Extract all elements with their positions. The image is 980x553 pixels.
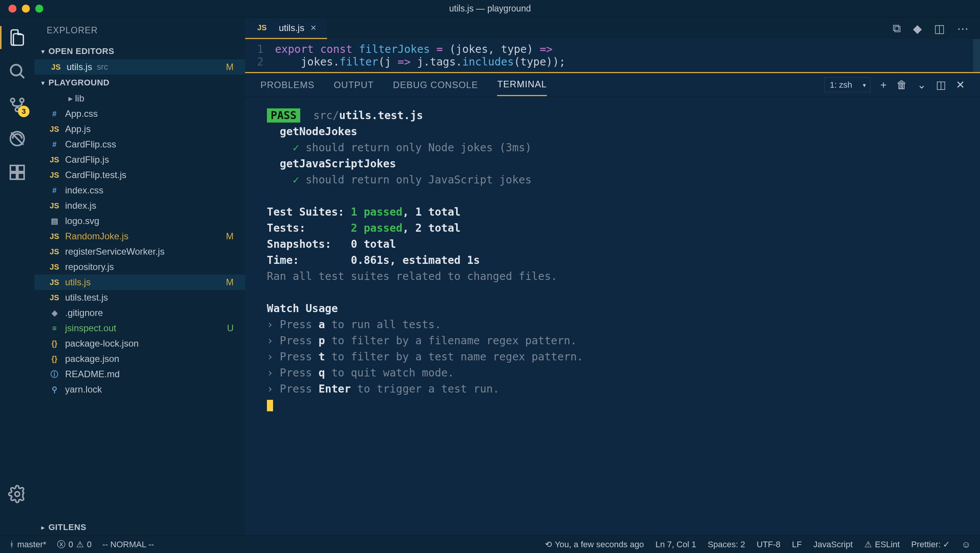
tab-debug-console[interactable]: DEBUG CONSOLE xyxy=(393,74,478,96)
folder-file-icon: ▸ xyxy=(48,94,70,103)
svg-point-9 xyxy=(15,492,20,496)
new-terminal-icon[interactable]: + xyxy=(880,79,887,91)
file-item[interactable]: {}package.json xyxy=(34,351,245,366)
json-file-icon: {} xyxy=(48,339,61,348)
terminal-selector[interactable]: 1: zsh xyxy=(824,77,870,92)
editor-tabs: JS utils.js × ⧉ ◆ ◫ ⋯ xyxy=(245,18,980,39)
cursor-position[interactable]: Ln 7, Col 1 xyxy=(656,539,696,550)
indentation[interactable]: Spaces: 2 xyxy=(708,539,745,550)
svg-rect-5 xyxy=(10,165,16,172)
file-item[interactable]: JSRandomJoke.jsM xyxy=(34,229,245,244)
source-control-icon[interactable]: 3 xyxy=(8,96,26,114)
svg-point-0 xyxy=(11,65,21,75)
prettier-status[interactable]: Prettier: ✓ xyxy=(911,539,950,550)
scm-badge: 3 xyxy=(18,106,29,117)
js-file-icon: JS xyxy=(48,201,61,210)
more-icon[interactable]: ⋯ xyxy=(957,22,969,35)
svg-rect-8 xyxy=(18,173,24,179)
file-item[interactable]: JSutils.jsM xyxy=(34,275,245,290)
debug-icon[interactable] xyxy=(8,129,26,148)
gitlens-section[interactable]: ▸ GITLENS xyxy=(34,519,245,535)
file-item[interactable]: JSindex.js xyxy=(34,198,245,213)
file-item[interactable]: ▸lib xyxy=(34,91,245,106)
code-line: 1export const filterJokes = (jokes, type… xyxy=(245,43,980,56)
status-bar: ᚼ master* ⓧ 0 ⚠ 0 -- NORMAL -- ⟲ You, a … xyxy=(0,535,980,553)
svg-file-icon: ▤ xyxy=(48,216,61,226)
svg-point-1 xyxy=(11,98,15,102)
chevron-down-icon[interactable]: ⌄ xyxy=(917,79,926,91)
close-panel-icon[interactable]: ✕ xyxy=(956,79,965,91)
css-file-icon: # xyxy=(48,186,61,195)
file-item[interactable]: JSregisterServiceWorker.js xyxy=(34,244,245,259)
search-icon[interactable] xyxy=(8,62,26,80)
js-file-icon: JS xyxy=(48,155,61,164)
svg-rect-7 xyxy=(10,173,16,179)
css-file-icon: # xyxy=(48,110,61,118)
encoding[interactable]: UTF-8 xyxy=(757,539,780,550)
eol[interactable]: LF xyxy=(792,539,802,550)
code-line: 2 jokes.filter(j => j.tags.includes(type… xyxy=(245,56,980,68)
chevron-down-icon: ▾ xyxy=(41,79,45,87)
file-item[interactable]: ▤logo.svg xyxy=(34,213,245,229)
tab-utils-js[interactable]: JS utils.js × xyxy=(245,18,327,39)
explorer-icon[interactable] xyxy=(8,28,26,47)
js-file-icon: JS xyxy=(48,278,61,287)
git-blame[interactable]: ⟲ You, a few seconds ago xyxy=(545,539,644,550)
git-branch[interactable]: ᚼ master* xyxy=(9,540,46,550)
panel-tabs: PROBLEMS OUTPUT DEBUG CONSOLE TERMINAL 1… xyxy=(245,73,980,97)
file-item[interactable]: JSCardFlip.test.js xyxy=(34,167,245,183)
titlebar: utils.js — playground xyxy=(0,0,980,18)
feedback-icon[interactable]: ☺ xyxy=(961,539,971,550)
language-mode[interactable]: JavaScript xyxy=(813,539,853,550)
eslint-status[interactable]: ⚠ ESLint xyxy=(864,539,900,550)
js-file-icon: JS xyxy=(48,293,61,302)
terminal-output[interactable]: PASS src/utils.test.js getNodeJokes ✓ sh… xyxy=(245,97,980,535)
json-file-icon: {} xyxy=(48,355,61,363)
file-item[interactable]: #App.css xyxy=(34,106,245,121)
file-item[interactable]: ⚲yarn.lock xyxy=(34,382,245,397)
extensions-icon[interactable] xyxy=(8,163,26,182)
file-item[interactable]: #index.css xyxy=(34,183,245,198)
minimap[interactable] xyxy=(973,39,980,72)
split-editor-icon[interactable]: ◫ xyxy=(934,22,945,35)
tab-problems[interactable]: PROBLEMS xyxy=(260,74,314,96)
js-file-icon: JS xyxy=(48,171,61,180)
window-close-button[interactable] xyxy=(8,5,16,13)
diff-icon[interactable]: ◆ xyxy=(913,22,922,35)
js-file-icon: JS xyxy=(48,247,61,256)
file-item[interactable]: JSutils.test.js xyxy=(34,290,245,305)
tab-output[interactable]: OUTPUT xyxy=(334,74,374,96)
file-item[interactable]: {}package-lock.json xyxy=(34,336,245,351)
find-replace-icon[interactable]: ⧉ xyxy=(893,22,901,35)
file-item[interactable]: #CardFlip.css xyxy=(34,137,245,152)
file-item[interactable]: JSApp.js xyxy=(34,121,245,137)
open-editor-item[interactable]: JS utils.js src M xyxy=(34,59,245,75)
md-file-icon: ⓘ xyxy=(48,369,61,380)
css-file-icon: # xyxy=(48,140,61,149)
chevron-down-icon: ▾ xyxy=(41,48,45,55)
file-list: ▸lib#App.cssJSApp.js#CardFlip.cssJSCardF… xyxy=(34,91,245,519)
window-maximize-button[interactable] xyxy=(35,5,43,13)
maximize-panel-icon[interactable]: ◫ xyxy=(936,79,946,91)
open-editors-section[interactable]: ▾ OPEN EDITORS xyxy=(34,43,245,59)
workspace-section[interactable]: ▾ PLAYGROUND xyxy=(34,75,245,91)
window-title: utils.js — playground xyxy=(449,3,531,14)
sidebar: EXPLORER ▾ OPEN EDITORS JS utils.js src … xyxy=(34,18,245,535)
git-file-icon: ◈ xyxy=(48,308,61,317)
js-file-icon: JS xyxy=(50,63,62,72)
settings-gear-icon[interactable] xyxy=(8,485,26,503)
js-file-icon: JS xyxy=(48,125,61,134)
file-item[interactable]: ≡jsinspect.outU xyxy=(34,321,245,336)
close-icon[interactable]: × xyxy=(311,22,316,34)
errors-count[interactable]: ⓧ 0 ⚠ 0 xyxy=(57,539,92,550)
file-item[interactable]: JSCardFlip.js xyxy=(34,152,245,167)
svg-rect-6 xyxy=(18,165,24,172)
sidebar-title: EXPLORER xyxy=(34,18,245,43)
tab-terminal[interactable]: TERMINAL xyxy=(497,74,546,96)
window-minimize-button[interactable] xyxy=(22,5,30,13)
file-item[interactable]: ⓘREADME.md xyxy=(34,366,245,382)
code-editor[interactable]: 1export const filterJokes = (jokes, type… xyxy=(245,39,980,72)
file-item[interactable]: ◈.gitignore xyxy=(34,305,245,321)
kill-terminal-icon[interactable]: 🗑 xyxy=(897,79,907,91)
file-item[interactable]: JSrepository.js xyxy=(34,259,245,275)
